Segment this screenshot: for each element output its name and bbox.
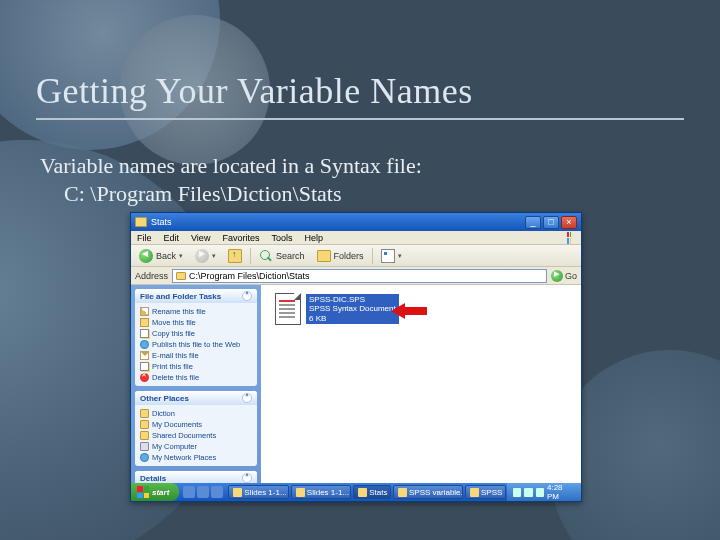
file-label: SPSS-DIC.SPS SPSS Syntax Document 6 KB [306, 294, 399, 324]
back-button[interactable]: Back ▾ [135, 248, 187, 264]
copy-icon [140, 329, 149, 338]
separator [372, 248, 373, 264]
folder-icon [140, 409, 149, 418]
taskbar-item[interactable]: Slides 1-1... [228, 485, 288, 499]
task-publish[interactable]: Publish this file to the Web [140, 339, 252, 350]
task-label: Delete this file [152, 373, 199, 382]
address-label: Address [135, 271, 168, 281]
place-diction[interactable]: Diction [140, 408, 252, 419]
titlebar[interactable]: Stats _ □ × [131, 213, 581, 231]
place-label: Diction [152, 409, 175, 418]
place-shared[interactable]: Shared Documents [140, 430, 252, 441]
body-line1: Variable names are located in a Syntax f… [40, 153, 422, 178]
task-label: Slides 1-1... [244, 488, 286, 497]
ql-icon[interactable] [183, 486, 195, 498]
tasks-header-label: File and Folder Tasks [140, 292, 221, 301]
file-item[interactable]: SPSS-DIC.SPS SPSS Syntax Document 6 KB [275, 293, 399, 325]
task-move[interactable]: Move this file [140, 317, 252, 328]
network-icon [140, 453, 149, 462]
document-icon [275, 293, 301, 325]
folder-icon [140, 431, 149, 440]
task-copy[interactable]: Copy this file [140, 328, 252, 339]
taskbar-item[interactable]: Slides 1-1... [291, 485, 351, 499]
folder-icon [176, 272, 186, 280]
details-header-label: Details [140, 474, 166, 483]
taskbar-item[interactable]: Stats [353, 485, 391, 499]
address-bar: Address C:\Program Files\Diction\Stats G… [131, 267, 581, 285]
app-icon [398, 488, 407, 497]
ql-icon[interactable] [197, 486, 209, 498]
slide-body: Variable names are located in a Syntax f… [40, 152, 680, 207]
print-icon [140, 362, 149, 371]
task-label: Publish this file to the Web [152, 340, 240, 349]
search-icon [259, 249, 273, 263]
ql-icon[interactable] [211, 486, 223, 498]
chevron-down-icon: ▾ [212, 252, 216, 260]
place-mycomputer[interactable]: My Computer [140, 441, 252, 452]
place-label: My Computer [152, 442, 197, 451]
go-button[interactable]: Go [551, 270, 577, 282]
tray-icon[interactable] [536, 488, 544, 497]
views-button[interactable]: ▾ [377, 248, 406, 264]
task-label: SPSS variable... [409, 488, 463, 497]
taskbar-item[interactable]: SPSS variable... [393, 485, 463, 499]
toolbar: Back ▾ ▾ Search Folders ▾ [131, 245, 581, 267]
menu-help[interactable]: Help [298, 233, 329, 243]
menubar: File Edit View Favorites Tools Help [131, 231, 581, 245]
place-label: Shared Documents [152, 431, 216, 440]
tasks-panel: File and Folder Tasks ˄ Rename this file… [135, 289, 257, 386]
up-button[interactable] [224, 248, 246, 264]
task-print[interactable]: Print this file [140, 361, 252, 372]
windows-flag-icon [137, 486, 149, 498]
file-pane[interactable]: SPSS-DIC.SPS SPSS Syntax Document 6 KB [261, 285, 581, 501]
maximize-button[interactable]: □ [543, 216, 559, 229]
task-rename[interactable]: Rename this file [140, 306, 252, 317]
file-name: SPSS-DIC.SPS [309, 295, 365, 304]
minimize-button[interactable]: _ [525, 216, 541, 229]
task-label: Slides 1-1... [307, 488, 349, 497]
close-button[interactable]: × [561, 216, 577, 229]
taskbar-item[interactable]: SPSS [465, 485, 506, 499]
menu-favorites[interactable]: Favorites [216, 233, 265, 243]
folders-label: Folders [334, 251, 364, 261]
up-folder-icon [228, 249, 242, 263]
task-label: SPSS [481, 488, 502, 497]
folder-icon [140, 420, 149, 429]
task-delete[interactable]: Delete this file [140, 372, 252, 383]
menu-view[interactable]: View [185, 233, 216, 243]
collapse-icon: ˄ [242, 473, 252, 483]
forward-button[interactable]: ▾ [191, 248, 220, 264]
tray-icon[interactable] [524, 488, 532, 497]
address-value: C:\Program Files\Diction\Stats [189, 271, 310, 281]
address-field[interactable]: C:\Program Files\Diction\Stats [172, 269, 547, 283]
computer-icon [140, 442, 149, 451]
move-icon [140, 318, 149, 327]
menu-edit[interactable]: Edit [158, 233, 186, 243]
tray-icon[interactable] [513, 488, 521, 497]
slide-title: Getting Your Variable Names [36, 70, 684, 120]
menu-file[interactable]: File [131, 233, 158, 243]
menu-tools[interactable]: Tools [265, 233, 298, 243]
start-label: start [152, 488, 169, 497]
globe-icon [140, 340, 149, 349]
tasks-panel-header[interactable]: File and Folder Tasks ˄ [135, 289, 257, 303]
folders-button[interactable]: Folders [313, 249, 368, 263]
task-label: Copy this file [152, 329, 195, 338]
place-network[interactable]: My Network Places [140, 452, 252, 463]
app-icon [233, 488, 242, 497]
task-label: Print this file [152, 362, 193, 371]
task-email[interactable]: E-mail this file [140, 350, 252, 361]
collapse-icon: ˄ [242, 291, 252, 301]
explorer-window: Stats _ □ × File Edit View Favorites Too… [130, 212, 582, 502]
slide: Getting Your Variable Names Variable nam… [0, 0, 720, 540]
clock: 4:28 PM [547, 483, 575, 501]
side-pane: File and Folder Tasks ˄ Rename this file… [131, 285, 261, 501]
system-tray[interactable]: 4:28 PM [507, 483, 581, 501]
windows-flag-icon [561, 232, 577, 244]
chevron-down-icon: ▾ [179, 252, 183, 260]
start-button[interactable]: start [131, 483, 179, 501]
search-button[interactable]: Search [255, 248, 309, 264]
places-panel-header[interactable]: Other Places ˄ [135, 391, 257, 405]
body-path: C: \Program Files\Diction\Stats [40, 180, 680, 208]
place-mydocs[interactable]: My Documents [140, 419, 252, 430]
